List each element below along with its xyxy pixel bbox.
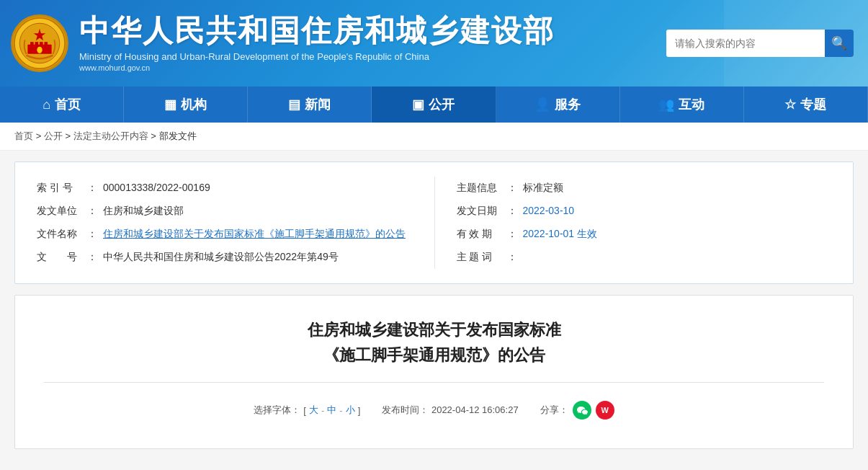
page-header: 中华人民共和国住房和城乡建设部 Ministry of Housing and … bbox=[0, 0, 868, 87]
keywords-label: 主 题 词 bbox=[457, 251, 507, 264]
nav-news-label: 新闻 bbox=[305, 96, 331, 113]
effective-value: 2022-10-01 生效 bbox=[523, 228, 598, 241]
topic-label: 主题信息 bbox=[457, 182, 507, 195]
article-title-line1: 住房和城乡建设部关于发布国家标准 bbox=[308, 321, 561, 339]
publish-time-area: 发布时间： 2022-04-12 16:06:27 bbox=[382, 404, 518, 417]
breadcrumb-public[interactable]: 公开 bbox=[44, 130, 63, 141]
breadcrumb-legal[interactable]: 法定主动公开内容 bbox=[73, 130, 148, 141]
breadcrumb-current: 部发文件 bbox=[159, 130, 197, 141]
unit-value: 住房和城乡建设部 bbox=[103, 205, 184, 218]
interact-icon: 👥 bbox=[658, 97, 674, 112]
svg-point-7 bbox=[37, 47, 42, 53]
info-right-column: 主题信息 ： 标准定额 发文日期 ： 2022-03-10 有 效 期 ： 20… bbox=[434, 177, 832, 269]
info-left-column: 索 引 号 ： 000013338/2022-00169 发文单位 ： 住房和城… bbox=[37, 177, 434, 269]
public-icon: ▣ bbox=[412, 97, 424, 112]
breadcrumb: 首页 > 公开 > 法定主动公开内容 > 部发文件 bbox=[0, 123, 868, 151]
info-row-topic: 主题信息 ： 标准定额 bbox=[457, 177, 832, 200]
site-title: 中华人民共和国住房和城乡建设部 bbox=[79, 14, 555, 48]
news-icon: ▤ bbox=[288, 97, 300, 112]
nav-topic-label: 专题 bbox=[800, 96, 826, 113]
article-divider bbox=[44, 382, 824, 383]
nav-interact-label: 互动 bbox=[679, 96, 704, 113]
info-row-index: 索 引 号 ： 000013338/2022-00169 bbox=[37, 177, 413, 200]
index-value: 000013338/2022-00169 bbox=[103, 182, 210, 193]
article-title: 住房和城乡建设部关于发布国家标准 《施工脚手架通用规范》的公告 bbox=[44, 317, 824, 368]
site-subtitle-en: Ministry of Housing and Urban-Rural Deve… bbox=[79, 51, 555, 62]
site-url: www.mohurd.gov.cn bbox=[79, 63, 555, 72]
info-row-filename: 文件名称 ： 住房和城乡建设部关于发布国家标准《施工脚手架通用规范》的公告 bbox=[37, 223, 413, 246]
wechat-share-button[interactable] bbox=[573, 401, 591, 420]
filename-value[interactable]: 住房和城乡建设部关于发布国家标准《施工脚手架通用规范》的公告 bbox=[103, 228, 406, 241]
nav-topic[interactable]: ☆ 专题 bbox=[744, 87, 868, 123]
logo-area: 中华人民共和国住房和城乡建设部 Ministry of Housing and … bbox=[11, 14, 555, 72]
search-area[interactable]: 🔍 bbox=[666, 30, 854, 57]
nav-home-label: 首页 bbox=[55, 96, 81, 113]
font-size-selector: 选择字体： [ 大 - 中 - 小 ] bbox=[254, 404, 360, 417]
search-input[interactable] bbox=[666, 37, 825, 49]
main-nav: ⌂ 首页 ▦ 机构 ▤ 新闻 ▣ 公开 👤 服务 👥 互动 ☆ 专题 bbox=[0, 87, 868, 123]
info-row-date: 发文日期 ： 2022-03-10 bbox=[457, 200, 832, 223]
filename-label: 文件名称 bbox=[37, 228, 87, 241]
search-button[interactable]: 🔍 bbox=[825, 30, 854, 57]
info-row-effective: 有 效 期 ： 2022-10-01 生效 bbox=[457, 223, 832, 246]
nav-org-label: 机构 bbox=[181, 96, 207, 113]
info-row-unit: 发文单位 ： 住房和城乡建设部 bbox=[37, 200, 413, 223]
font-size-label: 选择字体： bbox=[254, 404, 300, 417]
weibo-share-button[interactable]: W bbox=[596, 401, 614, 420]
nav-service-label: 服务 bbox=[555, 96, 581, 113]
document-info-card: 索 引 号 ： 000013338/2022-00169 发文单位 ： 住房和城… bbox=[14, 161, 854, 284]
svg-rect-4 bbox=[35, 42, 39, 46]
article-content-card: 住房和城乡建设部关于发布国家标准 《施工脚手架通用规范》的公告 选择字体： [ … bbox=[14, 295, 854, 449]
info-row-docno: 文 号 ： 中华人民共和国住房和城乡建设部公告2022年第49号 bbox=[37, 246, 413, 269]
service-icon: 👤 bbox=[534, 97, 550, 112]
article-meta: 选择字体： [ 大 - 中 - 小 ] 发布时间： 2022-04-12 16:… bbox=[44, 394, 824, 427]
date-label: 发文日期 bbox=[457, 205, 507, 218]
font-medium[interactable]: 中 bbox=[327, 404, 336, 417]
index-label: 索 引 号 bbox=[37, 182, 87, 195]
nav-public[interactable]: ▣ 公开 bbox=[372, 87, 496, 123]
nav-home[interactable]: ⌂ 首页 bbox=[0, 87, 124, 123]
svg-rect-3 bbox=[30, 42, 34, 46]
breadcrumb-home[interactable]: 首页 bbox=[14, 130, 33, 141]
topic-icon: ☆ bbox=[784, 97, 796, 112]
date-value: 2022-03-10 bbox=[523, 205, 575, 216]
publish-time-value: 2022-04-12 16:06:27 bbox=[431, 404, 519, 415]
svg-rect-6 bbox=[44, 42, 48, 46]
government-emblem bbox=[11, 14, 68, 72]
home-icon: ⌂ bbox=[42, 97, 50, 112]
effective-label: 有 效 期 bbox=[457, 228, 507, 241]
topic-value: 标准定额 bbox=[523, 182, 563, 195]
nav-service[interactable]: 👤 服务 bbox=[496, 87, 620, 123]
docno-value: 中华人民共和国住房和城乡建设部公告2022年第49号 bbox=[103, 251, 339, 264]
nav-public-label: 公开 bbox=[429, 96, 455, 113]
share-label: 分享： bbox=[540, 404, 568, 417]
font-small[interactable]: 小 bbox=[346, 404, 355, 417]
info-row-keywords: 主 题 词 ： bbox=[457, 246, 832, 269]
font-large[interactable]: 大 bbox=[309, 404, 318, 417]
org-icon: ▦ bbox=[164, 97, 176, 112]
share-area: 分享： W bbox=[540, 401, 614, 420]
nav-interact[interactable]: 👥 互动 bbox=[620, 87, 744, 123]
logo-text: 中华人民共和国住房和城乡建设部 Ministry of Housing and … bbox=[79, 14, 555, 71]
article-title-line2: 《施工脚手架通用规范》的公告 bbox=[323, 346, 545, 364]
svg-rect-5 bbox=[40, 42, 43, 46]
unit-label: 发文单位 bbox=[37, 205, 87, 218]
publish-time-label: 发布时间： bbox=[382, 404, 429, 415]
docno-label: 文 号 bbox=[37, 251, 87, 264]
nav-org[interactable]: ▦ 机构 bbox=[124, 87, 248, 123]
nav-news[interactable]: ▤ 新闻 bbox=[248, 87, 372, 123]
